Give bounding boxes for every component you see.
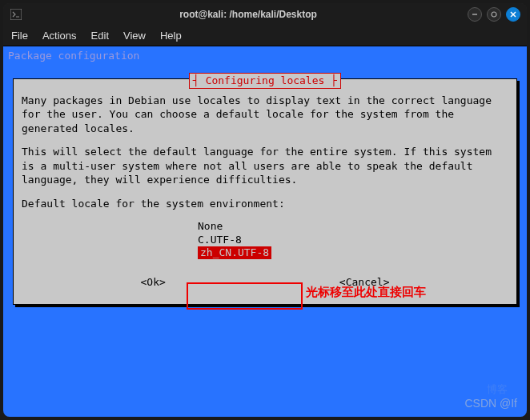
ok-button[interactable]: <Ok>: [141, 275, 166, 290]
locale-list[interactable]: None C.UTF-8 zh_CN.UTF-8: [198, 220, 508, 259]
minimize-button[interactable]: [468, 7, 482, 22]
watermark-faint: 博客: [487, 383, 508, 396]
menu-edit[interactable]: Edit: [91, 30, 109, 42]
dialog-title-text: Configuring locales: [206, 74, 325, 86]
locale-option-cutf8[interactable]: C.UTF-8: [198, 234, 508, 246]
dialog-body: Many packages in Debian use locales to d…: [22, 94, 508, 290]
locale-option-zhcn[interactable]: zh_CN.UTF-8: [198, 246, 271, 259]
titlebar: root@kali: /home/kali/Desktop: [3, 3, 527, 26]
svg-point-3: [492, 12, 496, 17]
menu-help[interactable]: Help: [160, 30, 182, 42]
maximize-button[interactable]: [487, 7, 501, 22]
dialog-para2: This will select the default language fo…: [22, 145, 508, 187]
svg-rect-0: [10, 9, 22, 20]
locales-dialog: ┤ Configuring locales ├ Many packages in…: [13, 78, 517, 305]
dialog-prompt: Default locale for the system environmen…: [22, 197, 508, 211]
terminal-area: Package configuration ┤ Configuring loca…: [3, 46, 527, 417]
menu-actions[interactable]: Actions: [42, 30, 77, 42]
menu-view[interactable]: View: [123, 30, 146, 42]
watermark: CSDN @If: [464, 397, 517, 410]
annotation-hint: 光标移至此处直接回车: [306, 285, 426, 299]
window-title: root@kali: /home/kali/Desktop: [29, 9, 468, 20]
locale-option-none[interactable]: None: [198, 220, 508, 233]
package-config-header: Package configuration: [6, 48, 524, 67]
window-controls: [468, 7, 520, 22]
dialog-title: ┤ Configuring locales ├: [189, 73, 341, 89]
terminal-window: root@kali: /home/kali/Desktop File Actio…: [3, 3, 527, 417]
dialog-para1: Many packages in Debian use locales to d…: [22, 94, 508, 136]
terminal-icon: [10, 8, 22, 21]
close-button[interactable]: [506, 7, 520, 22]
menu-file[interactable]: File: [11, 30, 28, 42]
menubar: File Actions Edit View Help: [3, 26, 527, 46]
